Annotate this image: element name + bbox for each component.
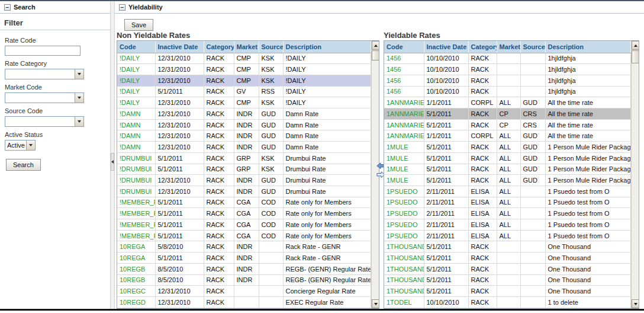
table-row[interactable]: 10REGB8/5/2010RACKINDRREGB- (GENR) Regul…	[117, 263, 371, 274]
table-row[interactable]: !DRUMBUI5/1/2011RACKGRPKSKDrumbui Rate	[117, 164, 371, 175]
search-panel-header[interactable]: − Search	[0, 1, 110, 14]
table-row[interactable]: !MEMBER_RA...5/1/2011RACKCGACODRate only…	[117, 219, 371, 231]
table-row[interactable]: 145610/10/2010RACK1hjldfghja	[384, 86, 631, 97]
cell-description: 1hjldfghja	[545, 86, 631, 97]
dropdown-arrow-icon[interactable]	[26, 140, 35, 150]
panel-splitter[interactable]	[110, 1, 115, 309]
cell-source: RSS	[259, 86, 283, 97]
search-button[interactable]: Search	[6, 159, 41, 171]
table-row[interactable]: 1PSUEDO2/11/2011ELISAALL1 Psuedo test fr…	[384, 208, 631, 219]
cell-description: Damn Rate	[283, 108, 371, 120]
column-header-source[interactable]: Source	[520, 41, 545, 53]
table-row[interactable]: 10REGB8/5/2010RACKINDRREGB- (GENR) Regul…	[117, 274, 371, 286]
table-row[interactable]: !DAMN12/31/2010RACKINDRGUDDamn Rate	[117, 108, 371, 120]
table-row[interactable]: 1ANNMARIE1/1/2011CORPLALLGUDAll the time…	[384, 130, 631, 142]
table-row[interactable]: 1ANNMARIE1/1/2011CORPLALLGUDAll the time…	[384, 97, 631, 108]
column-header-inactive-date[interactable]: Inactive Date	[155, 41, 204, 53]
cell-source: KSK	[259, 164, 283, 175]
table-row[interactable]: !DRUMBUI12/31/2010RACKINDRGUDDrumbui Rat…	[117, 175, 371, 186]
table-row[interactable]: 1PSUEDO2/11/2011ELISAALL1 Psuedo test fr…	[384, 219, 631, 231]
cell-code: 1THOUSAND	[384, 253, 424, 264]
cell-source	[520, 64, 545, 75]
vertical-scrollbar[interactable]	[631, 41, 639, 308]
column-header-description[interactable]: Description	[283, 41, 371, 53]
table-row[interactable]: 1ANNMARIE5/1/2011RACKCPCRSAll the time r…	[384, 108, 631, 120]
table-row[interactable]: !MEMBER_RA...5/1/2011RACKCGACODRate only…	[117, 230, 371, 241]
cell-description: Damn Rate	[283, 142, 371, 153]
table-row[interactable]: !DAMN12/31/2010RACKINDRGUDDamn Rate	[117, 130, 371, 142]
table-row[interactable]: !DRUMBUI5/1/2011RACKGRPKSKDrumbui Rate	[117, 152, 371, 164]
table-row[interactable]: !DAILY5/1/2011RACKGVRSS!DAILY	[117, 86, 371, 97]
table-row[interactable]: !DAILY12/31/2010RACKCMPKSK!DAILY	[117, 75, 371, 86]
column-header-code[interactable]: Code	[384, 41, 424, 53]
column-header-category[interactable]: Category	[204, 41, 234, 53]
scrollbar-thumb[interactable]	[632, 50, 639, 63]
table-row[interactable]: 1MULE5/1/2011RACKALLGUD1 Person Mule Rid…	[384, 175, 631, 186]
cell-description: All the time rate	[545, 108, 631, 120]
table-row[interactable]: 10REGA5/1/2011RACKINDRRack Rate - GENR	[117, 253, 371, 264]
table-row[interactable]: 1THOUSAND5/1/2011RACKOne Thousand	[384, 286, 631, 297]
table-row[interactable]: !DAMN12/31/2010RACKINDRGUDDamn Rate	[117, 142, 371, 153]
rate-code-input[interactable]	[5, 46, 80, 56]
active-status-select[interactable]: Active	[5, 140, 36, 151]
table-row[interactable]: 1THOUSAND5/1/2011RACKOne Thousand	[384, 241, 631, 253]
table-row[interactable]: 1PSUEDO2/11/2011ELISAALL1 Psuedo test fr…	[384, 186, 631, 197]
table-row[interactable]: 1PSUEDO2/11/2011ELISAALL1 Psuedo test fr…	[384, 230, 631, 241]
table-row[interactable]: !DAMN12/31/2010RACKINDRGUDDamn Rate	[117, 119, 371, 130]
table-row[interactable]: !DAILY12/31/2010RACKCMPKSK!DAILY	[117, 97, 371, 108]
column-header-description[interactable]: Description	[545, 41, 631, 53]
cell-description: Drumbui Rate	[283, 186, 371, 197]
table-row[interactable]: 1THOUSAND5/1/2011RACKOne Thousand	[384, 274, 631, 286]
column-header-market[interactable]: Market	[234, 41, 259, 53]
table-header-row: Code Inactive Date Category Market Sourc…	[117, 41, 371, 53]
collapse-icon[interactable]: −	[4, 4, 11, 11]
cell-category: RACK	[204, 186, 234, 197]
table-row[interactable]: 1MULE5/1/2011RACKALLGUD1 Person Mule Rid…	[384, 164, 631, 175]
cell-market: CMP	[234, 75, 259, 86]
splitter-collapse-handle[interactable]	[111, 153, 114, 171]
column-header-code[interactable]: Code	[117, 41, 155, 53]
scroll-up-button[interactable]	[372, 41, 379, 50]
save-button[interactable]: Save	[124, 19, 153, 31]
column-header-inactive-date[interactable]: Inactive Date	[424, 41, 468, 53]
column-header-category[interactable]: Category	[468, 41, 497, 53]
table-row[interactable]: 1MULE5/1/2011RACKALLGUD1 Person Mule Rid…	[384, 152, 631, 164]
cell-inactive-date: 8/5/2010	[155, 274, 204, 286]
table-row[interactable]: 1ANNMARIE5/1/2011RACKCPCRSAll the time r…	[384, 119, 631, 130]
source-code-select[interactable]	[5, 116, 84, 127]
scroll-up-button[interactable]	[632, 41, 639, 50]
table-row[interactable]: 10REGC12/31/2010RACKConcierge Regular Ra…	[117, 286, 371, 297]
scroll-down-button[interactable]	[632, 299, 639, 308]
table-row[interactable]: 1PSUEDO2/11/2011ELISAALL1 Psuedo test fr…	[384, 197, 631, 208]
rate-category-select[interactable]	[5, 69, 84, 79]
cell-market	[234, 286, 259, 297]
table-row[interactable]: 145610/10/2010RACK1hjldfghja	[384, 53, 631, 64]
table-row[interactable]: !MEMBER_RA...5/1/2011RACKCGACODRate only…	[117, 208, 371, 219]
collapse-icon[interactable]: −	[119, 4, 125, 11]
table-row[interactable]: 1MULE5/1/2011RACKALLGUD1 Person Mule Rid…	[384, 142, 631, 153]
table-row[interactable]: 1TODEL10/10/2010RACK1 to delete	[384, 296, 631, 308]
table-row[interactable]: 145610/10/2010RACK1hjldfghja	[384, 64, 631, 75]
yieldability-panel-header[interactable]: − Yieldability	[115, 1, 644, 14]
table-row[interactable]: !DRUMBUI12/31/2010RACKINDRGUDDrumbui Rat…	[117, 186, 371, 197]
table-row[interactable]: 1THOUSAND5/1/2011RACKOne Thousand	[384, 263, 631, 274]
dropdown-arrow-icon[interactable]	[75, 117, 83, 126]
dropdown-arrow-icon[interactable]	[75, 93, 83, 103]
cell-market: ALL	[497, 175, 520, 186]
table-row[interactable]: 10REGA5/8/2010RACKINDRRack Rate - GENR	[117, 241, 371, 253]
market-code-select[interactable]	[5, 92, 84, 103]
table-row[interactable]: 10REGD12/31/2010RACKEXEC Regular Rate	[117, 296, 371, 308]
yieldability-panel: − Yieldability Save Non Yieldable Rates …	[115, 1, 644, 309]
table-row[interactable]: 1THOUSAND5/1/2011RACKOne Thousand	[384, 253, 631, 264]
table-row[interactable]: 145610/10/2010RACK1hjldfghja	[384, 75, 631, 86]
column-header-market[interactable]: Market	[497, 41, 520, 53]
cell-source: CRS	[520, 108, 545, 120]
scroll-down-button[interactable]	[372, 299, 379, 308]
table-row[interactable]: !MEMBER_RA...5/1/2011RACKCGACODRate only…	[117, 197, 371, 208]
cell-market: INDR	[234, 263, 259, 274]
table-row[interactable]: !DAILY12/31/2010RACKCMPKSK!DAILY	[117, 64, 371, 75]
dropdown-arrow-icon[interactable]	[75, 69, 83, 79]
scrollbar-thumb[interactable]	[372, 50, 379, 60]
table-row[interactable]: !DAILY12/31/2010RACKCMPKSK!DAILY	[117, 53, 371, 64]
column-header-source[interactable]: Source	[259, 41, 283, 53]
